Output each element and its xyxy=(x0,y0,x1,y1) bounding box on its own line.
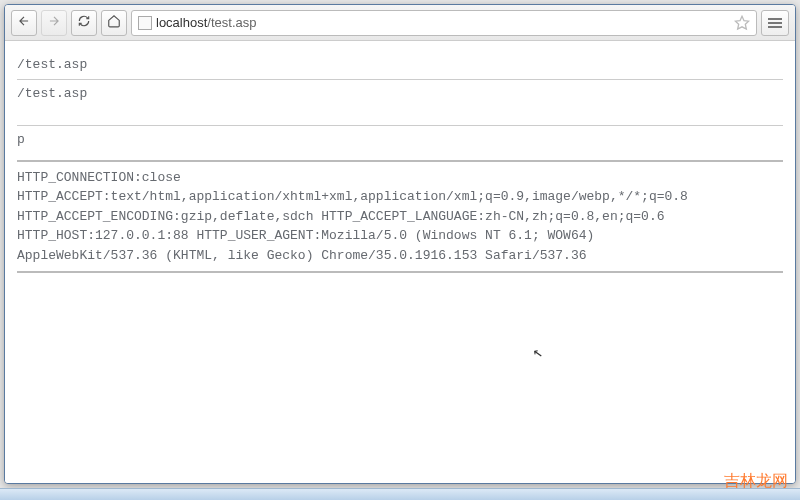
address-bar[interactable]: localhost/test.asp xyxy=(131,10,757,36)
output-line: /test.asp xyxy=(17,79,783,108)
home-icon xyxy=(107,14,121,31)
mouse-cursor-icon: ↖ xyxy=(531,340,545,365)
http-headers-block: HTTP_CONNECTION:close HTTP_ACCEPT:text/h… xyxy=(17,160,783,274)
forward-button[interactable] xyxy=(41,10,67,36)
bookmark-star-icon[interactable] xyxy=(734,15,750,31)
output-line: /test.asp xyxy=(17,51,783,79)
output-line: p xyxy=(17,125,783,154)
browser-window: localhost/test.asp /test.asp /test.asp p… xyxy=(4,4,796,484)
home-button[interactable] xyxy=(101,10,127,36)
watermark-text: 吉林龙网 xyxy=(724,471,788,492)
page-content: /test.asp /test.asp p HTTP_CONNECTION:cl… xyxy=(5,41,795,483)
browser-toolbar: localhost/test.asp xyxy=(5,5,795,41)
svg-marker-0 xyxy=(735,16,748,29)
page-icon xyxy=(138,16,152,30)
arrow-right-icon xyxy=(47,14,61,31)
hamburger-icon xyxy=(768,18,782,28)
reload-icon xyxy=(77,14,91,31)
menu-button[interactable] xyxy=(761,10,789,36)
taskbar-strip xyxy=(0,488,800,500)
reload-button[interactable] xyxy=(71,10,97,36)
back-button[interactable] xyxy=(11,10,37,36)
url-text: localhost/test.asp xyxy=(156,15,730,30)
arrow-left-icon xyxy=(17,14,31,31)
